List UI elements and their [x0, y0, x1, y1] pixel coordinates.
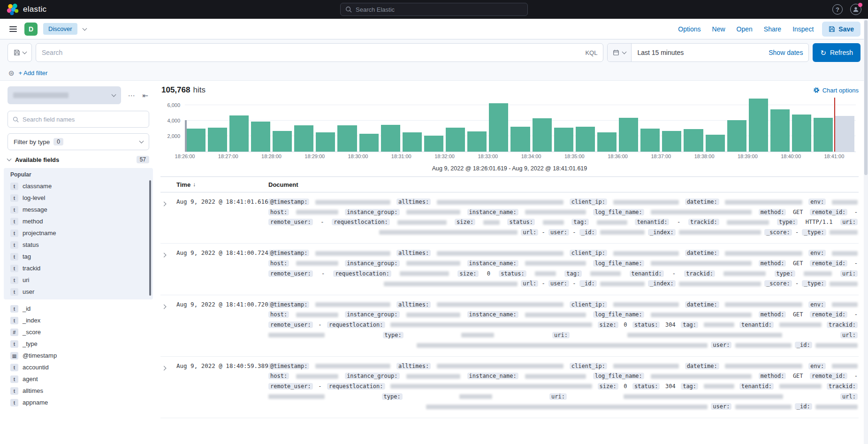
filters-icon[interactable]: ⊜	[8, 69, 15, 77]
field-item-agent[interactable]: tagent	[8, 373, 148, 385]
histogram-bar[interactable]	[770, 109, 790, 152]
breadcrumb-discover[interactable]: Discover	[43, 23, 77, 35]
field-item-user[interactable]: tuser	[8, 286, 148, 298]
field-type-icon: t	[10, 364, 18, 371]
histogram-bar[interactable]	[446, 128, 465, 152]
histogram-bar[interactable]	[510, 127, 530, 152]
field-item-uri[interactable]: turi	[8, 274, 148, 286]
histogram-bar-partial[interactable]	[835, 116, 854, 152]
chart-options-button[interactable]: Chart options	[813, 87, 859, 94]
field-item-status[interactable]: tstatus	[8, 239, 148, 251]
global-search[interactable]	[340, 3, 528, 16]
histogram-bar[interactable]	[554, 128, 573, 152]
page-scrollbar[interactable]	[864, 19, 868, 444]
x-axis-label: 18:26:00	[175, 153, 195, 159]
nav-link-share[interactable]: Share	[764, 25, 781, 33]
field-search-input[interactable]	[23, 116, 144, 123]
histogram-bar[interactable]	[337, 125, 357, 152]
histogram-bar[interactable]	[814, 118, 833, 152]
histogram-bar[interactable]	[381, 125, 400, 152]
date-picker-quick-menu[interactable]	[608, 44, 632, 61]
histogram-bar[interactable]	[424, 136, 443, 152]
histogram-bar[interactable]	[229, 115, 249, 152]
save-button[interactable]: Save	[822, 22, 860, 37]
field-item-trackid[interactable]: ttrackid	[8, 262, 148, 274]
expand-row-button[interactable]	[160, 361, 176, 412]
kql-badge[interactable]: KQL	[581, 49, 597, 56]
histogram-bar[interactable]	[359, 134, 379, 152]
filter-by-type[interactable]: Filter by type 0	[8, 133, 149, 150]
field-item-projectname[interactable]: tprojectname	[8, 227, 148, 239]
histogram-bar[interactable]	[619, 118, 638, 152]
add-filter-button[interactable]: + Add filter	[19, 69, 48, 77]
global-search-input[interactable]	[356, 6, 523, 13]
available-fields-header[interactable]: Available fields 57	[8, 156, 149, 163]
histogram-bar[interactable]	[467, 131, 487, 152]
field-item-accountid[interactable]: taccountid	[8, 361, 148, 373]
nav-link-inspect[interactable]: Inspect	[792, 25, 814, 33]
redacted-value	[590, 271, 621, 276]
field-item-message[interactable]: tmessage	[8, 204, 148, 215]
sidebar-scrollbar[interactable]	[149, 180, 151, 296]
histogram-bar[interactable]	[294, 125, 313, 152]
redacted-value	[735, 405, 792, 409]
histogram-bar[interactable]	[489, 103, 508, 152]
redacted-value	[613, 302, 679, 307]
field-chip: trackid:	[827, 383, 858, 390]
saved-query-button[interactable]	[8, 43, 32, 62]
expand-row-button[interactable]	[160, 300, 176, 351]
field-item-appname[interactable]: tappname	[8, 397, 148, 408]
time-range-label[interactable]: Last 15 minutes	[632, 49, 684, 56]
field-item-_index[interactable]: t_index	[8, 314, 148, 326]
histogram-bar[interactable]	[576, 127, 595, 152]
histogram-bar[interactable]	[208, 128, 227, 152]
histogram-bar[interactable]	[640, 129, 660, 152]
histogram-bar[interactable]	[792, 115, 811, 152]
field-chip: datetime:	[685, 250, 719, 256]
field-item-method[interactable]: tmethod	[8, 215, 148, 227]
field-item-_score[interactable]: #_score	[8, 326, 148, 338]
histogram-bar[interactable]	[684, 129, 703, 152]
menu-button[interactable]	[8, 24, 19, 34]
redacted-value	[779, 384, 822, 389]
collapse-sidebar-icon[interactable]: ⇤	[141, 91, 149, 100]
show-dates-button[interactable]: Show dates	[769, 49, 808, 56]
nav-link-options[interactable]: Options	[678, 25, 700, 33]
histogram-bar[interactable]	[597, 132, 617, 152]
scrollbar-thumb[interactable]	[864, 20, 868, 175]
field-chip: env:	[808, 363, 826, 369]
index-pattern-selector[interactable]	[8, 86, 121, 104]
nav-link-open[interactable]: Open	[737, 25, 753, 33]
histogram-bar[interactable]	[186, 129, 206, 152]
histogram-bar[interactable]	[706, 135, 725, 152]
nav-link-new[interactable]: New	[712, 25, 725, 33]
field-chip: host:	[268, 260, 289, 267]
field-item-classname[interactable]: tclassname	[8, 180, 148, 192]
field-item-@timestamp[interactable]: ▦@timestamp	[8, 350, 148, 361]
breadcrumb-menu-chevron-icon[interactable]	[82, 26, 87, 31]
field-item-tag[interactable]: ttag	[8, 251, 148, 262]
space-avatar[interactable]: D	[24, 23, 38, 36]
histogram-bar[interactable]	[403, 132, 422, 152]
time-column-header[interactable]: Time ↓	[176, 181, 268, 188]
refresh-button[interactable]: ↻ Refresh	[813, 43, 860, 62]
field-item-alltimes[interactable]: talltimes	[8, 385, 148, 397]
query-input[interactable]	[42, 49, 578, 56]
histogram-bar[interactable]	[533, 118, 552, 152]
histogram-bar[interactable]	[662, 131, 681, 152]
redacted-value	[832, 200, 858, 205]
histogram-bar[interactable]	[251, 122, 270, 152]
field-options-icon[interactable]: ⋯	[127, 91, 136, 100]
histogram-bar[interactable]	[727, 120, 746, 152]
histogram-bar[interactable]	[273, 131, 292, 152]
expand-row-button[interactable]	[160, 197, 176, 237]
user-avatar[interactable]	[850, 4, 861, 15]
field-value: -	[854, 260, 858, 267]
histogram-bar[interactable]	[749, 99, 768, 152]
histogram-bar[interactable]	[316, 132, 335, 152]
help-icon[interactable]: ?	[832, 4, 843, 15]
field-item-_type[interactable]: t_type	[8, 338, 148, 350]
field-item-log-level[interactable]: tlog-level	[8, 192, 148, 204]
expand-row-button[interactable]	[160, 248, 176, 289]
field-item-_id[interactable]: t_id	[8, 303, 148, 314]
